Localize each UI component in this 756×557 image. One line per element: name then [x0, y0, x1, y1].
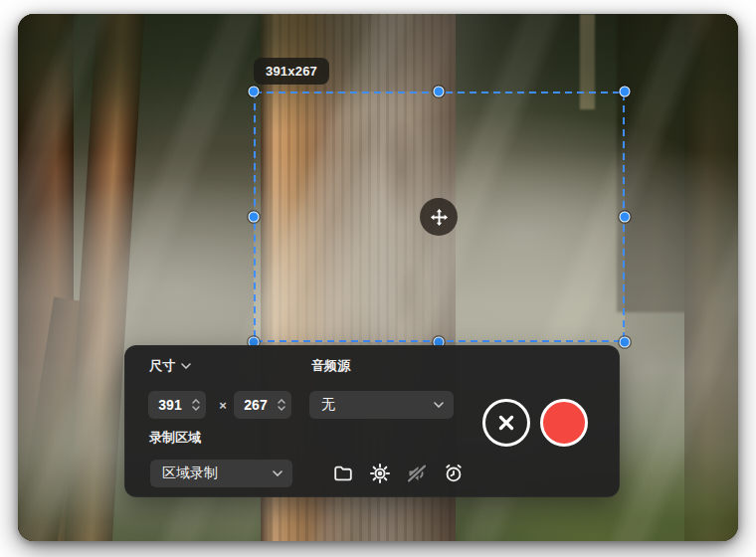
height-field: [234, 391, 291, 419]
mute-audio-button[interactable]: [405, 462, 429, 485]
record-button[interactable]: [540, 399, 588, 447]
size-section-toggle[interactable]: 尺寸: [149, 357, 191, 375]
chevron-down-icon: [181, 363, 191, 369]
width-stepper[interactable]: [192, 399, 200, 411]
folder-icon: [332, 463, 354, 484]
gear-icon: [369, 463, 391, 484]
dimension-text: 391x267: [266, 64, 317, 79]
multiply-sign: ×: [213, 391, 233, 419]
open-folder-button[interactable]: [331, 462, 355, 485]
resize-handle-right[interactable]: [620, 212, 631, 223]
toolbar-icons: [331, 460, 466, 487]
selection-dimension-label: 391x267: [254, 58, 329, 85]
area-label-text: 录制区域: [149, 429, 201, 447]
recorder-control-panel: 尺寸 × 音频源: [124, 345, 620, 497]
chevron-down-icon: [273, 470, 283, 476]
speaker-muted-icon: [405, 462, 429, 485]
size-label: 尺寸: [149, 357, 175, 375]
audio-source-label: 音频源: [311, 357, 350, 375]
chevron-up-icon: [278, 399, 285, 404]
area-selected-value: 区域录制: [162, 464, 218, 482]
resize-handle-top-right[interactable]: [620, 87, 631, 97]
resize-handle-top[interactable]: [434, 87, 445, 97]
audio-label-text: 音频源: [311, 357, 350, 375]
settings-button[interactable]: [368, 462, 392, 485]
close-button[interactable]: [482, 399, 530, 447]
record-area-label: 录制区域: [149, 429, 201, 447]
height-stepper[interactable]: [278, 399, 285, 411]
chevron-down-icon: [434, 402, 444, 408]
desktop-wallpaper: 391x267 尺寸 ×: [18, 14, 738, 541]
chevron-down-icon: [192, 406, 200, 411]
timer-button[interactable]: [442, 462, 466, 485]
height-input[interactable]: [234, 397, 278, 413]
chevron-down-icon: [278, 406, 285, 411]
alarm-clock-icon: [443, 463, 465, 484]
resize-handle-left[interactable]: [249, 212, 260, 223]
resize-handle-top-left[interactable]: [249, 87, 260, 97]
width-input[interactable]: [148, 397, 192, 413]
audio-selected-value: 无: [321, 396, 335, 414]
audio-source-select[interactable]: 无: [309, 391, 454, 419]
resize-handle-bottom-right[interactable]: [620, 337, 631, 348]
move-arrows-icon: [430, 208, 449, 227]
record-area-select[interactable]: 区域录制: [150, 460, 292, 487]
close-icon: [496, 413, 516, 433]
chevron-up-icon: [192, 399, 200, 404]
move-handle[interactable]: [420, 198, 458, 236]
width-field: [148, 391, 206, 419]
